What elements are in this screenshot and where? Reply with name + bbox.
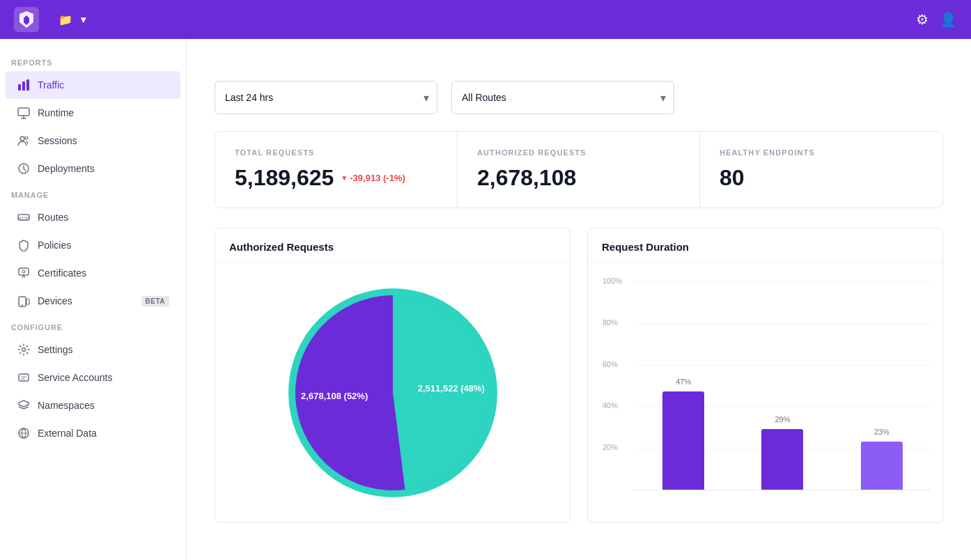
- healthy-endpoints-label: HEALTHY ENDPOINTS: [720, 148, 923, 157]
- charts-row: Authorized Requests: [215, 228, 943, 523]
- settings-icon: [17, 343, 31, 357]
- devices-beta-badge: BETA: [141, 296, 169, 306]
- sidebar-item-routes[interactable]: HTTP Routes: [6, 203, 180, 231]
- sidebar: REPORTS Traffic Runtime Sessions Deploym…: [0, 39, 187, 560]
- policy-icon: [17, 238, 31, 252]
- route-filter-group: All Routes ▾: [451, 81, 674, 114]
- sidebar-item-settings[interactable]: Settings: [6, 336, 180, 364]
- authorized-requests-label: AUTHORIZED REQUESTS: [477, 148, 680, 157]
- svg-text:HTTP: HTTP: [19, 216, 29, 221]
- metric-card-healthy: HEALTHY ENDPOINTS 80: [700, 132, 942, 208]
- healthy-endpoints-value: 80: [720, 165, 923, 191]
- sidebar-item-policies[interactable]: Policies: [6, 231, 180, 259]
- svg-rect-13: [26, 299, 29, 304]
- sidebar-section-reports: REPORTS: [0, 50, 186, 71]
- total-requests-change: ▼ -39,913 (-1%): [341, 173, 405, 183]
- http-icon: HTTP: [17, 210, 31, 224]
- svg-rect-2: [22, 81, 25, 91]
- pie-canvas: [288, 288, 497, 497]
- sidebar-section-manage: MANAGE: [0, 182, 186, 203]
- bar-chart-title: Request Duration: [588, 228, 942, 263]
- svg-rect-16: [19, 374, 29, 381]
- pie-chart-card: Authorized Requests: [215, 228, 570, 523]
- sidebar-item-certificates[interactable]: Certificates: [6, 259, 180, 287]
- users-icon: [17, 134, 31, 148]
- sidebar-item-external-data[interactable]: External Data: [6, 419, 180, 447]
- metric-card-total: TOTAL REQUESTS 5,189,625 ▼ -39,913 (-1%): [215, 132, 458, 208]
- sidebar-item-sessions[interactable]: Sessions: [6, 127, 180, 155]
- svg-point-15: [22, 348, 26, 352]
- authorized-requests-value: 2,678,108: [477, 165, 680, 191]
- sidebar-section-configure: CONFIGURE: [0, 315, 186, 336]
- total-requests-value: 5,189,625 ▼ -39,913 (-1%): [235, 165, 437, 191]
- settings-icon-btn[interactable]: ⚙: [916, 11, 929, 28]
- metric-card-authorized: AUTHORIZED REQUESTS 2,678,108: [458, 132, 700, 208]
- sidebar-item-traffic[interactable]: Traffic: [6, 71, 180, 99]
- sidebar-item-runtime[interactable]: Runtime: [6, 99, 180, 127]
- external-data-icon: [17, 426, 31, 440]
- pie-chart-container: [226, 274, 559, 511]
- sidebar-item-service-accounts[interactable]: Service Accounts: [6, 364, 180, 391]
- logo-icon: [14, 7, 39, 32]
- svg-point-6: [25, 137, 28, 139]
- svg-rect-10: [19, 268, 29, 275]
- folder-icon: 📁: [59, 13, 72, 26]
- sidebar-item-deployments[interactable]: Deployments: [6, 155, 180, 182]
- svg-point-11: [22, 270, 25, 273]
- total-requests-label: TOTAL REQUESTS: [235, 148, 437, 157]
- monitor-icon: [17, 106, 31, 120]
- clock-icon: [17, 162, 31, 176]
- chevron-down-icon: ▾: [81, 14, 86, 25]
- namespace-icon: [17, 398, 31, 412]
- route-filter-select[interactable]: All Routes: [451, 81, 674, 114]
- svg-point-5: [20, 137, 24, 141]
- svg-rect-1: [18, 84, 21, 91]
- svg-rect-3: [26, 79, 29, 91]
- date-filter-select[interactable]: Last 24 hrs Last 7 days Last 30 days: [215, 81, 437, 114]
- device-icon: [17, 294, 31, 308]
- sidebar-item-devices[interactable]: Devices BETA: [6, 287, 180, 315]
- logo: [14, 7, 45, 32]
- bar-chart-container: 100%80%60%40%20%47%29%23%: [599, 274, 931, 511]
- metric-cards: TOTAL REQUESTS 5,189,625 ▼ -39,913 (-1%)…: [215, 131, 943, 208]
- sidebar-item-namespaces[interactable]: Namespaces: [6, 391, 180, 419]
- pie-chart-title: Authorized Requests: [215, 228, 570, 263]
- main-content: Last 24 hrs Last 7 days Last 30 days ▾ A…: [187, 39, 971, 560]
- topnav: 📁 ▾ ⚙ 👤: [0, 0, 971, 39]
- global-selector[interactable]: 📁 ▾: [59, 13, 86, 26]
- svg-rect-4: [18, 108, 29, 116]
- cert-icon: [17, 266, 31, 280]
- bar-chart-inner: 100%80%60%40%20%47%29%23%: [634, 281, 931, 490]
- svg-point-14: [22, 304, 23, 306]
- chart-icon: [17, 78, 31, 92]
- user-icon-btn[interactable]: 👤: [940, 11, 957, 28]
- bar-chart-card: Request Duration 100%80%60%40%20%47%29%2…: [587, 228, 943, 523]
- down-arrow-icon: ▼: [341, 174, 348, 182]
- service-icon: [17, 371, 31, 384]
- filters-row: Last 24 hrs Last 7 days Last 30 days ▾ A…: [215, 81, 943, 114]
- date-filter-group: Last 24 hrs Last 7 days Last 30 days ▾: [215, 81, 437, 114]
